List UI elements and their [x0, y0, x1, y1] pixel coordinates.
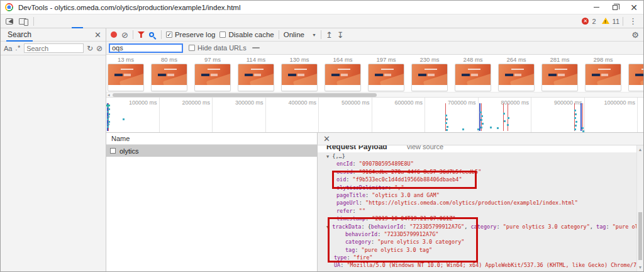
- frame-image: [369, 64, 404, 85]
- overview-request-dot: [446, 129, 448, 131]
- match-case-toggle[interactable]: Aa: [4, 45, 12, 52]
- filmstrip-frame[interactable]: 248 ms: [455, 55, 491, 91]
- devtools-tab[interactable]: [49, 14, 60, 28]
- frame-image: [152, 64, 187, 85]
- overview-request-dot: [445, 122, 447, 124]
- filmstrip-frame[interactable]: 281 ms: [541, 55, 578, 91]
- close-button[interactable]: ✕: [625, 1, 643, 14]
- overview-request-dot: [107, 126, 109, 128]
- checkbox-unchecked-icon: [189, 45, 195, 51]
- overview-request-dot: [480, 111, 482, 113]
- frame-image: [629, 64, 643, 85]
- devtools-tab[interactable]: [60, 14, 72, 28]
- record-button[interactable]: [111, 31, 117, 38]
- frame-image-detail: [635, 74, 643, 76]
- refresh-icon[interactable]: ↻: [87, 45, 93, 52]
- tab-search[interactable]: Search: [6, 28, 33, 42]
- restore-button[interactable]: [606, 1, 625, 14]
- frame-screenshot: [455, 64, 491, 91]
- frame-image-detail: [158, 74, 166, 76]
- inspect-element-icon[interactable]: [6, 18, 13, 25]
- scroll-up-icon[interactable]: ▲: [637, 147, 643, 152]
- frame-image-detail: [375, 74, 383, 76]
- chrome-logo-icon: [5, 3, 13, 11]
- filmstrip-frame[interactable]: 164 ms: [325, 55, 361, 91]
- overview-tick-label: 200000 ms: [160, 98, 213, 132]
- filmstrip-frame[interactable]: 13 ms: [108, 55, 144, 91]
- frame-timestamp: 248 ms: [455, 55, 491, 64]
- column-header-name[interactable]: Name: [106, 133, 317, 145]
- network-panel: ⊘ ✓ Preserve log Disable cache Online ▼: [106, 28, 643, 271]
- minimize-button[interactable]: [587, 1, 606, 14]
- filmstrip-frame[interactable]: 80 ms: [151, 55, 187, 91]
- warning-badge-icon[interactable]: [602, 18, 609, 25]
- devtools-tab[interactable]: [106, 14, 117, 28]
- clear-icon[interactable]: ⊘: [121, 31, 128, 39]
- devtools-tab[interactable]: [94, 14, 106, 28]
- export-har-icon[interactable]: ↧: [337, 31, 344, 39]
- preserve-log-checkbox[interactable]: ✓ Preserve log: [166, 31, 216, 38]
- window-controls: ✕: [587, 1, 643, 14]
- payload-line: encId: "0907B0595489E8U": [318, 160, 643, 167]
- hide-data-urls-checkbox[interactable]: Hide data URLs: [189, 44, 247, 52]
- devtools-tool-icons: [1, 17, 38, 26]
- search-results-empty: [1, 55, 106, 271]
- devtools-tab[interactable]: [72, 14, 83, 28]
- frame-image-detail: [288, 74, 296, 76]
- regex-toggle[interactable]: .*: [15, 45, 21, 52]
- request-table: Name olytics: [106, 133, 318, 271]
- frame-screenshot: [368, 64, 404, 91]
- search-input[interactable]: [24, 43, 84, 53]
- overview-request-dot: [503, 113, 505, 115]
- frame-screenshot: [541, 64, 578, 91]
- devtools-tab[interactable]: [38, 14, 49, 28]
- filmstrip-frame[interactable]: 264 ms: [498, 55, 535, 91]
- payload-tree[interactable]: ▼ {,…}encId: "0907B0595489E8U"oesid: "91…: [318, 152, 643, 269]
- frame-timestamp: 3: [628, 55, 643, 64]
- detail-scrollbar[interactable]: ▲ ▼: [636, 145, 643, 271]
- filmstrip-frame[interactable]: 97 ms: [194, 55, 231, 91]
- search-close-icon[interactable]: ✕: [94, 30, 101, 40]
- search-icon[interactable]: [149, 32, 154, 37]
- detail-scrollbar-thumb[interactable]: [638, 212, 642, 260]
- filmstrip-scrollbar[interactable]: ◂: [106, 92, 643, 97]
- devtools-tab[interactable]: [117, 14, 128, 28]
- view-source-link[interactable]: view source: [407, 145, 443, 150]
- overview-timeline[interactable]: 100000 ms200000 ms300000 ms400000 ms5000…: [106, 98, 643, 133]
- filmstrip-frame[interactable]: 298 ms: [585, 55, 621, 91]
- frame-image-detail: [548, 74, 557, 76]
- filmstrip-frame[interactable]: 230 ms: [411, 55, 448, 91]
- filter-input[interactable]: [109, 43, 183, 53]
- frame-timestamp: 164 ms: [325, 55, 361, 64]
- devtools-status: ✕ 2 11 ⋮: [582, 16, 643, 26]
- settings-gear-icon[interactable]: ⚙: [631, 31, 639, 39]
- device-toolbar-icon[interactable]: [19, 18, 26, 25]
- filter-icon[interactable]: [138, 31, 145, 38]
- more-options-icon[interactable]: ⋮: [626, 16, 640, 26]
- disable-cache-checkbox[interactable]: Disable cache: [219, 31, 274, 38]
- devtools-tab[interactable]: [128, 14, 140, 28]
- overview-tick-label: 300000 ms: [213, 98, 266, 132]
- frame-image-detail: [505, 74, 513, 76]
- frame-screenshot: [325, 64, 361, 91]
- frame-screenshot: [498, 64, 535, 91]
- request-row-selected[interactable]: olytics: [106, 145, 317, 157]
- throttling-dropdown[interactable]: Online ▼: [284, 31, 316, 38]
- request-type-filter[interactable]: [252, 47, 260, 48]
- error-badge-icon[interactable]: ✕: [582, 18, 589, 25]
- devtools-tab[interactable]: [140, 14, 151, 28]
- devtools-tab[interactable]: [83, 14, 94, 28]
- filmstrip-frame[interactable]: 130 ms: [281, 55, 318, 91]
- filmstrip-frame[interactable]: 197 ms: [368, 55, 404, 91]
- scroll-left-icon[interactable]: ◂: [108, 93, 110, 98]
- import-har-icon[interactable]: ↥: [326, 31, 333, 39]
- chevron-down-icon: ▼: [312, 33, 316, 37]
- overview-request-dot: [108, 121, 110, 123]
- filmstrip-frame[interactable]: 3: [628, 55, 643, 91]
- divider: [321, 30, 321, 39]
- filmstrip-frame[interactable]: 114 ms: [238, 55, 274, 91]
- clear-search-icon[interactable]: ⊘: [96, 45, 103, 52]
- filmstrip-scrollbar-thumb[interactable]: [113, 93, 377, 97]
- scroll-down-icon[interactable]: ▼: [637, 265, 643, 269]
- detail-close-icon[interactable]: ✕: [323, 135, 330, 143]
